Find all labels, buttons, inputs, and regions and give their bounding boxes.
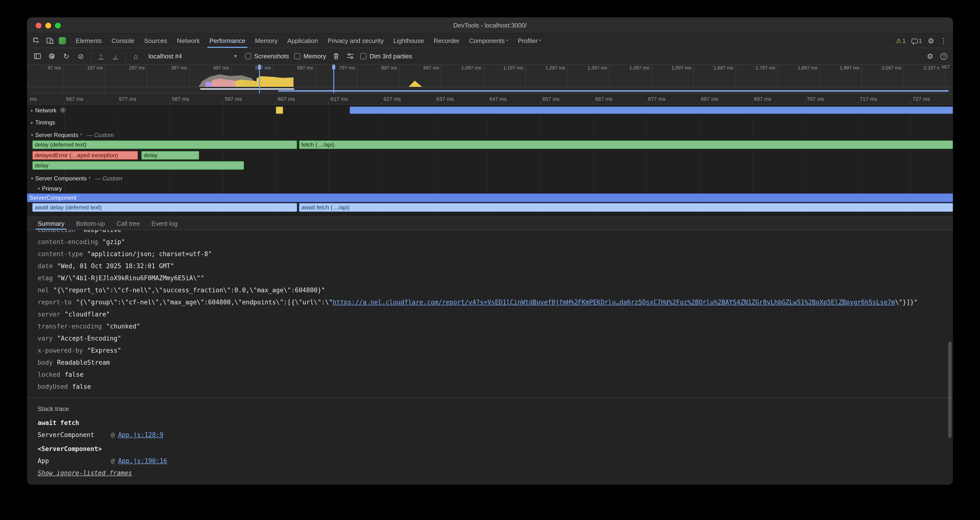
- tab-memory[interactable]: Memory: [250, 34, 282, 48]
- ruler-tick-mark: [382, 102, 382, 104]
- timeline-event-await-fetch-api[interactable]: await fetch (…/api): [299, 203, 953, 212]
- selection-handle-left[interactable]: [259, 65, 260, 93]
- tab-elements[interactable]: Elements: [71, 34, 107, 48]
- inspect-element-icon[interactable]: [32, 37, 40, 45]
- tab-sources[interactable]: Sources: [139, 34, 172, 48]
- window-titlebar[interactable]: DevTools - localhost:3000/: [27, 17, 953, 34]
- overview-tick-label: 1,597 ms: [663, 65, 691, 70]
- ruler-tick-label: 647 ms: [489, 94, 507, 104]
- timeline-event-await-delay-deferred-text[interactable]: await delay (deferred text): [32, 203, 297, 212]
- minimize-window-button[interactable]: [45, 22, 51, 28]
- detail-row: report-to"{\"group\":\"cf-nel\",\"max_ag…: [38, 296, 953, 308]
- overview-gridline: [105, 65, 105, 93]
- tab-call-tree[interactable]: Call tree: [111, 217, 146, 230]
- extension-badge-icon: *: [539, 38, 541, 44]
- overview-tick-label: 1,497 ms: [621, 65, 649, 70]
- detail-row: vary"Accept-Encoding": [38, 332, 953, 344]
- overview-tick-label: 1,397 ms: [579, 65, 607, 70]
- extension-badge-icon: *: [506, 38, 508, 44]
- selection-handle-right[interactable]: [333, 65, 334, 93]
- timeline-event-delayederror-ayed-exception[interactable]: delayedError (…ayed exception): [32, 151, 138, 160]
- memory-checkbox[interactable]: [294, 53, 301, 59]
- tab-network[interactable]: Network: [172, 34, 205, 48]
- dim-3rd-parties-checkbox[interactable]: [360, 53, 366, 59]
- overview-tick-label: 1,997 ms: [832, 65, 859, 70]
- capture-settings-tune-icon[interactable]: [346, 52, 355, 61]
- track-config-icon[interactable]: ⚙: [60, 107, 66, 113]
- stack-trace-title: Stack trace: [38, 403, 953, 415]
- screenshots-checkbox-group: Screenshots: [245, 52, 289, 60]
- report-to-url-link[interactable]: https://a.nel.cloudflare.com/report/v4?s…: [332, 299, 895, 306]
- detail-key: content-encoding: [38, 238, 98, 245]
- stack-frame-function: App: [38, 455, 111, 467]
- tab-lighthouse[interactable]: Lighthouse: [388, 34, 429, 48]
- tab-event-log[interactable]: Event log: [146, 217, 183, 230]
- ruler-tick-mark: [646, 102, 646, 104]
- zoom-window-button[interactable]: [55, 22, 61, 28]
- memory-checkbox-group: Memory: [294, 52, 326, 60]
- net-lane-label: NET: [940, 65, 951, 70]
- tab-bottom-up[interactable]: Bottom-up: [70, 217, 111, 230]
- ruler-tick-mark: [64, 102, 65, 104]
- timeline-event-delay-deferred-text[interactable]: delay (deferred text): [32, 140, 297, 149]
- track-header-server-components[interactable]: ▾Server Components*— Custom: [27, 174, 953, 183]
- screenshots-checkbox[interactable]: [245, 53, 251, 59]
- load-profile-button[interactable]: ↑: [97, 52, 106, 61]
- timeline-event-yellow[interactable]: [275, 107, 283, 114]
- details-scrollbar[interactable]: [948, 342, 951, 438]
- timeline-overview[interactable]: CPU NET 97 ms197 ms297 ms397 ms497 ms597…: [27, 65, 953, 94]
- overview-gridline: [651, 65, 652, 93]
- overview-tick-label: 1,897 ms: [789, 65, 818, 70]
- record-and-reload-button[interactable]: ↻: [62, 52, 71, 61]
- tab-performance[interactable]: Performance: [205, 34, 250, 48]
- overview-tick-label: 797 ms: [327, 65, 355, 70]
- tab-components[interactable]: Components*: [464, 34, 513, 48]
- show-ignore-listed-frames-link[interactable]: Show ignore-listed frames: [38, 469, 132, 477]
- settings-gear-icon[interactable]: ⚙: [928, 37, 934, 45]
- clear-button[interactable]: ⊘: [76, 52, 85, 61]
- track-header-network[interactable]: ▸Network⚙: [27, 106, 953, 115]
- close-window-button[interactable]: [36, 22, 41, 28]
- track-suffix-label: — Custom: [95, 175, 122, 181]
- track-header-timings[interactable]: ▸Timings: [27, 118, 953, 127]
- overview-tick-label: 1,297 ms: [537, 65, 565, 70]
- disclosure-triangle-icon: ▾: [36, 186, 42, 191]
- save-profile-button[interactable]: ↓: [111, 52, 120, 61]
- timeline-ruler[interactable]: ms 567 ms577 ms587 ms597 ms607 ms617 ms6…: [27, 94, 953, 105]
- cpu-scripting-block: [235, 80, 257, 87]
- track-header-server-requests[interactable]: ▾Server Requests*— Custom: [27, 130, 953, 139]
- live-metrics-home-icon[interactable]: ⌂: [131, 52, 140, 61]
- tab-privacy-and-security[interactable]: Privacy and security: [323, 34, 389, 48]
- source-location-link[interactable]: App.js:128:9: [118, 429, 164, 441]
- detail-value: "{\"group\":\"cf-nel\",\"max_age\":60480…: [76, 299, 918, 306]
- console-messages[interactable]: 1: [912, 37, 922, 44]
- extension-icon[interactable]: [59, 37, 66, 45]
- issues-warning[interactable]: ⚠ 1: [896, 37, 906, 45]
- timeline-event-delay[interactable]: delay: [32, 161, 244, 170]
- tab-console[interactable]: Console: [107, 34, 139, 48]
- window-title: DevTools - localhost:3000/: [453, 22, 527, 29]
- history-dropdown[interactable]: localhost #4 ▾: [146, 52, 240, 61]
- source-location-link[interactable]: App.js:190:16: [118, 455, 167, 467]
- tab-recorder[interactable]: Recorder: [429, 34, 464, 48]
- kebab-menu-icon[interactable]: ⋮: [940, 37, 947, 45]
- timeline-event-servercomponent[interactable]: ServerComponent: [27, 194, 953, 202]
- tab-application[interactable]: Application: [282, 34, 323, 48]
- toggle-sidebar-icon[interactable]: [33, 52, 42, 61]
- timeline-event-network[interactable]: [350, 107, 953, 114]
- detail-key: locked: [38, 371, 60, 378]
- panel-settings-gear-icon[interactable]: ⚙: [926, 52, 935, 61]
- panel-tabbar: ElementsConsoleSourcesNetworkPerformance…: [27, 34, 953, 48]
- tab-summary[interactable]: Summary: [32, 217, 70, 230]
- timeline-event-fetch-api[interactable]: fetch (…/api): [299, 140, 953, 149]
- detail-key: date: [38, 262, 53, 270]
- stack-trace-section: Stack trace await fetchServerComponent@A…: [38, 398, 953, 479]
- tab-profiler[interactable]: Profiler*: [513, 34, 546, 48]
- record-button[interactable]: [47, 52, 56, 61]
- timeline-event-delay[interactable]: delay: [141, 151, 199, 160]
- track-group-primary[interactable]: ▾Primary: [27, 184, 953, 193]
- device-toolbar-icon[interactable]: [45, 37, 54, 45]
- collect-garbage-icon[interactable]: [331, 52, 340, 61]
- timeline-tracks[interactable]: ▸Network⚙▸Timings▾Server Requests*— Cust…: [27, 105, 953, 216]
- help-icon[interactable]: ?: [940, 53, 947, 60]
